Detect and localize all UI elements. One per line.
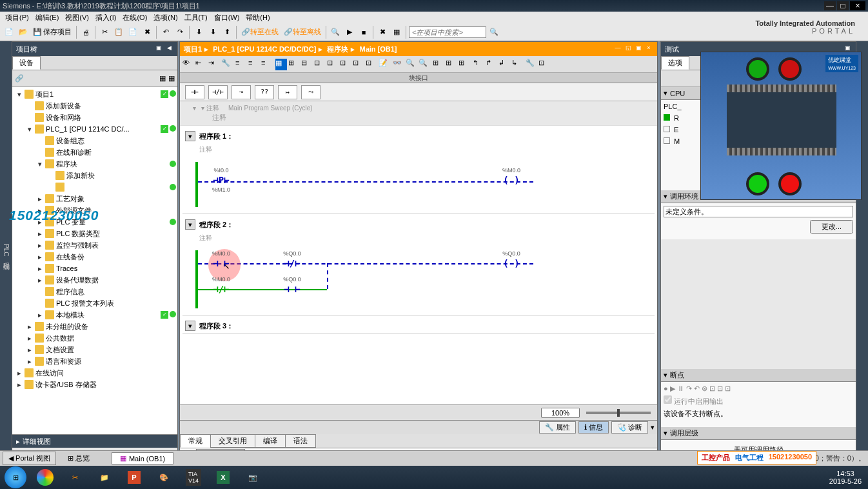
editor-float-icon[interactable]: ▣ — [634, 45, 643, 54]
tree-expand-icon[interactable]: ▦ — [159, 74, 166, 83]
et-icon[interactable]: 🔍 — [419, 59, 430, 70]
tree-node[interactable]: 添加新块 — [14, 170, 176, 181]
et-icon[interactable]: ⊞ — [433, 59, 444, 70]
collapse-icon[interactable]: ▾ — [185, 219, 195, 230]
tree-node[interactable]: ▸监控与强制表 — [14, 239, 176, 251]
nc-contact-icon[interactable]: ⊣/⊢ — [284, 258, 300, 268]
pin-icon[interactable]: ◀ — [164, 45, 173, 54]
search-input[interactable] — [409, 26, 486, 38]
network-3[interactable]: ▾ 程序段 3： — [182, 318, 655, 334]
menu-project[interactable]: 项目(P) — [3, 13, 32, 23]
taskbar-tia-icon[interactable]: TIAV14 — [179, 467, 208, 488]
taskbar-excel-icon[interactable]: X — [209, 467, 237, 488]
no-contact-icon[interactable]: ⊣ ⊢ — [213, 258, 229, 268]
et-icon[interactable]: ⇤ — [195, 59, 207, 70]
sim-icon[interactable]: ▶ — [343, 26, 356, 39]
et-icon[interactable]: 🔍 — [406, 59, 417, 70]
lad-coil[interactable]: ⊸ — [232, 85, 251, 99]
maximize-button[interactable]: □ — [837, 1, 849, 10]
taskbar-paint-icon[interactable]: 🎨 — [150, 467, 178, 488]
et-icon[interactable]: ≡ — [235, 59, 247, 70]
contact-label[interactable]: %M1.0 — [208, 186, 234, 193]
collapse-icon[interactable]: ▾ — [664, 429, 667, 437]
paste-icon[interactable]: 📄 — [126, 26, 139, 39]
cross-ref-icon[interactable]: ✖ — [376, 26, 389, 39]
network-comment[interactable]: 注释 — [182, 232, 655, 244]
tab-properties[interactable]: 🔧属性 — [539, 421, 576, 434]
tree-node[interactable]: ▸设备代理数据 — [14, 274, 176, 286]
taskbar-camera-icon[interactable]: 📷 — [239, 467, 267, 488]
et-icon[interactable]: ≡ — [261, 59, 273, 70]
copy-icon[interactable]: 📋 — [112, 26, 125, 39]
et-icon[interactable]: ⊡ — [538, 59, 550, 70]
subtab-general[interactable]: 常规 — [180, 434, 211, 448]
overview-button[interactable]: ⊞ 总览 — [59, 452, 99, 464]
et-icon[interactable]: 👁 — [182, 59, 194, 70]
et-icon[interactable]: ⇥ — [208, 59, 220, 70]
no-contact-icon[interactable]: ⊣ ⊢ — [284, 284, 300, 294]
compile-icon[interactable]: ⬇ — [192, 26, 205, 39]
editor-max-icon[interactable]: ◱ — [624, 45, 633, 54]
stop-icon[interactable]: ■ — [357, 26, 370, 39]
condition-input[interactable] — [664, 206, 853, 217]
network-comment[interactable]: 注释 — [182, 144, 655, 155]
subtab-syntax[interactable]: 语法 — [285, 434, 316, 448]
menu-online[interactable]: 在线(O) — [120, 13, 150, 23]
tree-network-icon[interactable]: 🔗 — [15, 74, 24, 83]
tree-node[interactable]: 设备和网络 — [14, 112, 176, 123]
et-icon[interactable]: ⊡ — [314, 59, 326, 70]
tab-options[interactable]: 选项 — [661, 56, 689, 70]
et-icon[interactable]: ▦ — [275, 59, 287, 70]
lad-branch-close[interactable]: ⤳ — [301, 85, 321, 99]
search-icon[interactable]: 🔍 — [329, 26, 342, 39]
network-1[interactable]: ▾ 程序段 1： 注释 %I0.0 ⊣P⊢ %M1.0 %M0.0 ( ) — [182, 128, 655, 214]
lad-no-contact[interactable]: ⊣⊢ — [185, 85, 204, 99]
open-icon[interactable]: 📂 — [17, 26, 30, 39]
et-icon[interactable]: 📝 — [379, 59, 390, 70]
tree-node[interactable]: ▸文档设置 — [14, 344, 176, 355]
cut-icon[interactable]: ✂ — [98, 26, 111, 39]
taskbar-explorer-icon[interactable]: 📁 — [90, 467, 119, 488]
taskbar-snip-icon[interactable]: ✂ — [61, 467, 89, 488]
portal-view-button[interactable]: ◀ Portal 视图 — [3, 452, 56, 465]
et-icon[interactable]: ⊡ — [353, 59, 364, 70]
taskbar-chrome-icon[interactable] — [31, 467, 59, 488]
close-button[interactable]: × — [850, 1, 865, 10]
et-icon[interactable]: ⊡ — [366, 59, 377, 70]
collapse-icon[interactable]: ▾ — [185, 321, 195, 331]
tree-node[interactable] — [14, 181, 176, 193]
editor-min-icon[interactable]: — — [613, 45, 622, 54]
info-collapse-icon[interactable]: ▾ — [651, 423, 655, 432]
tab-info[interactable]: ℹ信息 — [578, 421, 609, 434]
subtab-crossref[interactable]: 交叉引用 — [210, 434, 255, 448]
subtab-compile[interactable]: 编译 — [255, 434, 286, 448]
et-icon[interactable]: ↰ — [473, 59, 484, 70]
start-button[interactable]: ⊞ — [1, 467, 30, 488]
tree-node[interactable]: ▸Traces — [14, 263, 176, 274]
tree-node[interactable]: ▸读卡器/USB 存储器 — [14, 379, 176, 390]
menu-insert[interactable]: 插入(I) — [93, 13, 119, 23]
menu-window[interactable]: 窗口(W) — [212, 13, 242, 23]
tree-node[interactable]: ▾项目1✓ — [14, 88, 176, 100]
modify-button[interactable]: 更改... — [810, 220, 853, 234]
tree-node[interactable]: 在线和诊断 — [14, 146, 176, 158]
taskbar[interactable]: ⊞ ✂ 📁 P 🎨 TIAV14 X 📷 14:53 2019-5-26 — [0, 466, 868, 489]
tree-node[interactable]: ▸本地模块✓ — [14, 309, 176, 321]
et-monitor-icon[interactable]: 👓 — [393, 59, 404, 70]
collapse-icon[interactable]: ▾ — [664, 371, 667, 379]
et-icon[interactable]: 🔧 — [221, 59, 233, 70]
split-icon[interactable]: ▦ — [390, 26, 403, 39]
tree-node[interactable]: ▸公共数据 — [14, 332, 176, 344]
et-icon[interactable]: ≡ — [248, 59, 260, 70]
undo-icon[interactable]: ↶ — [159, 26, 172, 39]
go-online-button[interactable]: 🔗 转至在线 — [239, 26, 281, 39]
contact-label[interactable]: %Q0.0 — [279, 250, 305, 257]
tree-node[interactable]: ▾程序块 — [14, 158, 176, 170]
coil-label[interactable]: %M0.0 — [498, 167, 524, 174]
clock[interactable]: 14:53 2019-5-26 — [824, 470, 867, 485]
collapse-icon[interactable]: ▾ — [664, 192, 667, 201]
go-offline-button[interactable]: 🔗 转至离线 — [282, 26, 323, 39]
print-icon[interactable]: 🖨 — [79, 26, 92, 39]
et-icon[interactable]: ⊡ — [340, 59, 351, 70]
lad-box[interactable]: ?? — [255, 85, 274, 99]
